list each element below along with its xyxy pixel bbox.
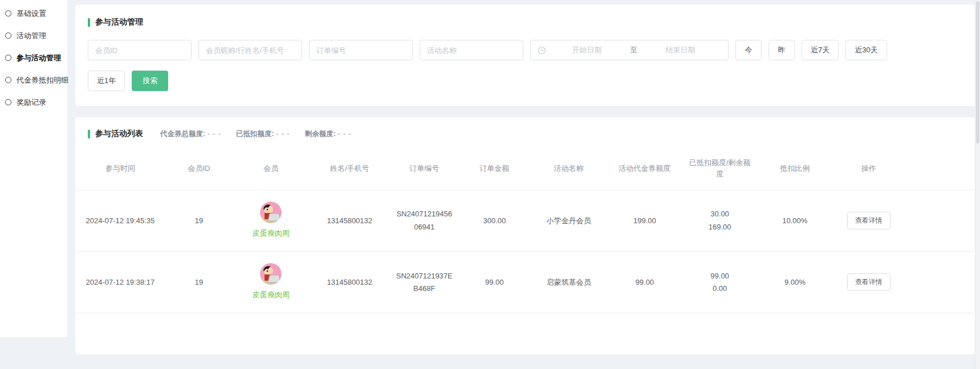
member-nickname-link[interactable]: 皮蛋瘦肉周 — [253, 289, 290, 301]
activity-name-input[interactable] — [420, 40, 523, 60]
sidebar-item-label: 奖励记录 — [17, 97, 46, 108]
table-bottom-spacer — [75, 313, 975, 354]
total-quota-stat: 代金券总额度: - - - — [160, 129, 221, 139]
col-header-ratio: 抵扣比例 — [757, 153, 833, 190]
cell-empty — [905, 252, 975, 313]
total-quota-value: - - - — [208, 130, 221, 138]
cell-member-id: 19 — [165, 252, 233, 313]
sidebar-item-label: 参与活动管理 — [17, 53, 61, 63]
cell-order-no: SN2407121937EB468F — [390, 252, 458, 313]
col-header-order-no: 订单编号 — [390, 153, 458, 190]
participation-table: 参与时间 会员ID 会员 姓名/手机号 订单编号 订单金额 活动名称 活动代金券… — [75, 153, 975, 354]
deducted-value: 30.00 — [687, 208, 753, 220]
vertical-scrollbar[interactable] — [975, 0, 980, 369]
total-quota-label: 代金券总额度: — [160, 130, 205, 138]
cell-member: 皮蛋瘦肉周 — [233, 252, 309, 313]
cell-activity-name: 小学金丹会员 — [530, 190, 607, 252]
sidebar-item-participation-management[interactable]: 参与活动管理 — [0, 47, 67, 69]
cell-member: 皮蛋瘦肉周 — [233, 190, 309, 252]
remaining-quota-label: 剩余额度: — [305, 130, 336, 138]
sidebar: 基础设置 活动管理 参与活动管理 代金券抵扣明细 奖励记录 — [0, 0, 67, 337]
view-detail-button[interactable]: 查看详情 — [847, 273, 890, 291]
end-date-placeholder[interactable]: 结束日期 — [640, 45, 721, 55]
sidebar-item-activity-management[interactable]: 活动管理 — [0, 24, 67, 47]
cell-time: 2024-07-12 19:45:35 — [75, 190, 165, 252]
member-id-input[interactable] — [88, 40, 192, 60]
voucher-summary: 代金券总额度: - - - 已抵扣额度: - - - 剩余额度: - - - — [160, 129, 352, 139]
last-7-days-button[interactable]: 近7天 — [802, 40, 839, 60]
circle-icon — [5, 32, 11, 39]
circle-icon — [5, 55, 11, 61]
deducted-quota-stat: 已抵扣额度: - - - — [236, 129, 290, 139]
sidebar-item-reward-records[interactable]: 奖励记录 — [0, 91, 67, 113]
col-header-name-phone: 姓名/手机号 — [309, 153, 390, 190]
title-accent-bar — [88, 130, 90, 138]
member-avatar[interactable] — [260, 263, 282, 285]
page-title: 参与活动管理 — [95, 17, 143, 27]
clock-icon — [538, 46, 546, 55]
cell-order-amount: 300.00 — [458, 190, 530, 252]
sidebar-item-voucher-deduction-detail[interactable]: 代金券抵扣明细 — [0, 69, 67, 91]
search-button[interactable]: 搜索 — [132, 71, 168, 91]
circle-icon — [5, 99, 11, 105]
cell-order-no: SN2407121945606941 — [390, 190, 458, 252]
sidebar-item-label: 活动管理 — [17, 31, 46, 41]
cell-voucher-amount: 99.00 — [607, 252, 683, 313]
last-30-days-button[interactable]: 近30天 — [845, 40, 887, 60]
col-header-activity: 活动名称 — [530, 153, 607, 190]
today-button[interactable]: 今 — [735, 40, 762, 60]
cell-order-amount: 99.00 — [458, 252, 530, 313]
col-header-voucher-amount: 活动代金券额度 — [607, 153, 683, 190]
scrollbar-thumb[interactable] — [976, 1, 979, 144]
col-header-deducted-remaining: 已抵扣额度/剩余额度 — [682, 153, 757, 190]
cell-member-id: 19 — [165, 190, 233, 252]
member-name-phone-input[interactable] — [198, 40, 302, 60]
last-1-year-button[interactable]: 近1年 — [88, 71, 125, 91]
remaining-quota-value: - - - — [337, 130, 351, 138]
col-header-member: 会员 — [233, 153, 309, 190]
date-range-picker[interactable]: 开始日期 至 结束日期 — [530, 40, 729, 60]
col-header-empty — [905, 153, 975, 190]
sidebar-item-basic-settings[interactable]: 基础设置 — [0, 2, 67, 24]
cell-deducted-remaining: 99.00 0.00 — [682, 252, 757, 313]
view-detail-button[interactable]: 查看详情 — [847, 212, 890, 229]
filter-panel-title: 参与活动管理 — [88, 17, 963, 27]
remaining-value: 169.00 — [687, 221, 753, 233]
cell-ratio: 9.00% — [757, 252, 833, 313]
member-nickname-link[interactable]: 皮蛋瘦肉周 — [253, 227, 290, 240]
filter-panel: 参与活动管理 开始日期 至 结束日期 今 昨 近7天 近30天 近1年 — [75, 5, 975, 106]
deducted-quota-label: 已抵扣额度: — [236, 130, 274, 138]
list-panel-title-wrap: 参与活动列表 — [88, 129, 143, 139]
order-number-input[interactable] — [309, 40, 413, 60]
member-avatar[interactable] — [260, 202, 282, 223]
filter-row-2: 近1年 搜索 — [88, 71, 963, 91]
cell-actions: 查看详情 — [833, 252, 905, 313]
cell-phone: 13145800132 — [309, 252, 390, 313]
sidebar-item-label: 代金券抵扣明细 — [17, 75, 68, 85]
table-header-row: 参与时间 会员ID 会员 姓名/手机号 订单编号 订单金额 活动名称 活动代金券… — [75, 153, 975, 190]
main-content: 参与活动管理 开始日期 至 结束日期 今 昨 近7天 近30天 近1年 — [75, 0, 975, 354]
start-date-placeholder[interactable]: 开始日期 — [546, 45, 628, 55]
circle-icon — [5, 10, 11, 17]
cell-deducted-remaining: 30.00 169.00 — [682, 190, 757, 252]
list-panel: 参与活动列表 代金券总额度: - - - 已抵扣额度: - - - 剩余额度: … — [75, 117, 975, 354]
cell-time: 2024-07-12 19:38:17 — [75, 252, 165, 313]
cell-empty — [905, 190, 975, 252]
col-header-order-amount: 订单金额 — [458, 153, 530, 190]
remaining-quota-stat: 剩余额度: - - - — [305, 129, 352, 139]
yesterday-button[interactable]: 昨 — [768, 40, 795, 60]
list-title: 参与活动列表 — [95, 129, 143, 139]
cell-phone: 13145800132 — [309, 190, 390, 252]
col-header-actions: 操作 — [833, 153, 905, 190]
cell-voucher-amount: 199.00 — [607, 190, 683, 252]
circle-icon — [5, 77, 11, 83]
cell-ratio: 10.00% — [757, 190, 833, 252]
table-row: 2024-07-12 19:38:17 19 — [75, 252, 975, 313]
deducted-value: 99.00 — [687, 270, 753, 282]
filter-row-1: 开始日期 至 结束日期 今 昨 近7天 近30天 — [88, 40, 963, 60]
sidebar-item-label: 基础设置 — [17, 9, 46, 19]
cell-actions: 查看详情 — [833, 190, 905, 252]
remaining-value: 0.00 — [687, 282, 753, 295]
table-row: 2024-07-12 19:45:35 19 — [75, 190, 975, 252]
deducted-quota-value: - - - — [276, 130, 290, 138]
